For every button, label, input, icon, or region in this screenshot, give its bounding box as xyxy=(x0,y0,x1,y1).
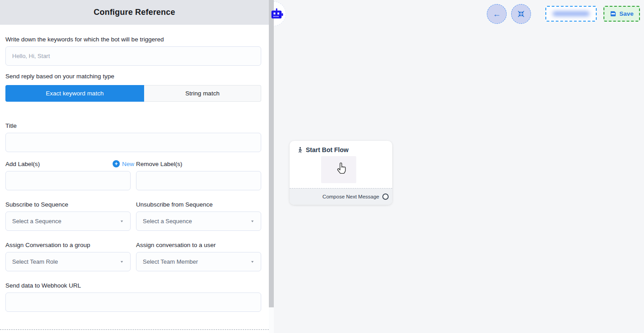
subscribe-sequence-label: Subscribe to Sequence xyxy=(5,201,68,208)
keywords-input[interactable] xyxy=(5,46,261,66)
add-labels-label: Add Label(s) xyxy=(5,161,40,167)
save-button-label: Save xyxy=(619,10,634,17)
connection-handle[interactable] xyxy=(382,194,389,200)
walking-person-icon xyxy=(297,147,303,153)
flow-canvas[interactable]: Start Bot Flow Compose Next Message xyxy=(274,0,644,333)
compose-next-message-label: Compose Next Message xyxy=(322,194,379,199)
add-labels-input[interactable] xyxy=(5,171,131,190)
configure-reference-panel: Configure Reference Write down the keywo… xyxy=(0,0,269,333)
subscribe-sequence-select[interactable]: Select a Sequence ▼ xyxy=(5,212,131,231)
save-button[interactable]: Save xyxy=(603,6,640,22)
back-arrow-icon: ← xyxy=(493,10,501,18)
chevron-down-icon: ▼ xyxy=(250,260,254,264)
fit-view-button[interactable] xyxy=(511,4,531,24)
new-label-text: New xyxy=(122,161,134,167)
blurred-button[interactable] xyxy=(545,6,597,22)
tab-string-match[interactable]: String match xyxy=(144,85,261,102)
node-title: Start Bot Flow xyxy=(306,146,349,153)
matching-type-label: Send reply based on your matching type xyxy=(5,73,114,80)
unsubscribe-sequence-select[interactable]: Select a Sequence ▼ xyxy=(136,212,261,231)
bot-flow-builder: Configure Reference Write down the keywo… xyxy=(0,0,644,333)
back-button[interactable]: ← xyxy=(487,4,507,24)
node-footer: Compose Next Message xyxy=(290,188,392,205)
subscribe-sequence-value: Select a Sequence xyxy=(12,218,61,225)
chevron-down-icon: ▼ xyxy=(250,220,254,223)
remove-labels-label: Remove Label(s) xyxy=(136,161,182,167)
assign-group-label: Assign Conversation to a group xyxy=(5,242,90,248)
webhook-url-input[interactable] xyxy=(5,292,261,312)
title-label: Title xyxy=(5,122,17,129)
title-input[interactable] xyxy=(5,133,261,152)
fit-view-icon xyxy=(517,10,525,18)
chevron-down-icon: ▼ xyxy=(120,260,124,264)
hand-cursor-icon xyxy=(336,162,347,175)
plus-icon: + xyxy=(113,160,120,167)
tab-exact-keyword-match[interactable]: Exact keyword match xyxy=(5,85,144,102)
node-header: Start Bot Flow xyxy=(290,141,392,153)
blurred-button-content xyxy=(553,11,590,16)
panel-bottom-divider xyxy=(0,329,269,330)
start-bot-flow-node[interactable]: Start Bot Flow Compose Next Message xyxy=(290,141,392,205)
remove-labels-input[interactable] xyxy=(136,171,261,190)
panel-scrollbar[interactable] xyxy=(269,0,274,333)
chevron-down-icon: ▼ xyxy=(120,220,124,223)
panel-body: Write down the keywords for which the bo… xyxy=(0,0,269,333)
unsubscribe-sequence-label: Unsubscribe from Sequence xyxy=(136,201,213,208)
keywords-label: Write down the keywords for which the bo… xyxy=(5,36,164,43)
matching-type-toggle: Exact keyword match String match xyxy=(5,85,261,102)
assign-user-select[interactable]: Select Team Member ▼ xyxy=(136,252,261,271)
assign-group-value: Select Team Role xyxy=(12,258,58,265)
save-icon xyxy=(610,10,617,17)
webhook-url-label: Send data to Webhook URL xyxy=(5,282,81,289)
assign-user-label: Assign conversation to a user xyxy=(136,242,216,248)
unsubscribe-sequence-value: Select a Sequence xyxy=(143,218,192,225)
scrollbar-thumb[interactable] xyxy=(269,0,274,307)
assign-user-value: Select Team Member xyxy=(143,258,198,265)
assign-group-select[interactable]: Select Team Role ▼ xyxy=(5,252,131,271)
new-label-link[interactable]: + New xyxy=(113,160,134,167)
robot-icon xyxy=(270,7,283,21)
